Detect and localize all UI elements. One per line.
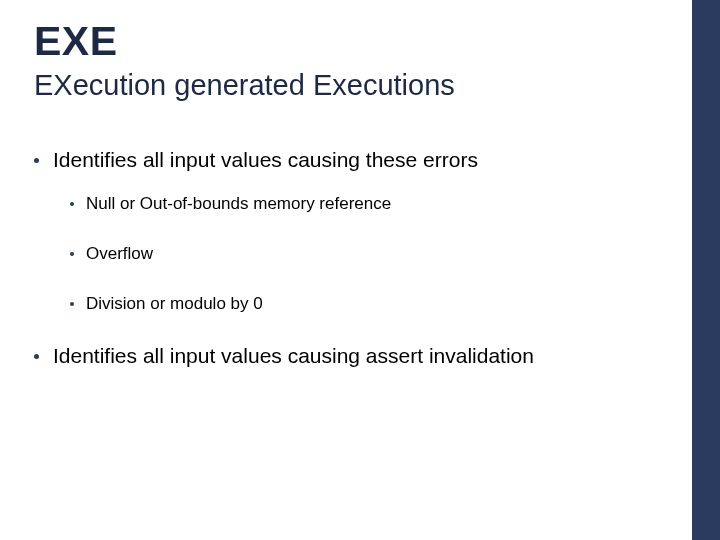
slide-body: Identifies all input values causing thes… [34, 148, 680, 368]
bullet-level1: Identifies all input values causing asse… [34, 344, 680, 368]
accent-bar [692, 0, 720, 540]
bullet-level1: Identifies all input values causing thes… [34, 148, 680, 172]
bullet-sublist: Null or Out-of-bounds memory reference O… [70, 194, 680, 314]
bullet-level2: Overflow [70, 244, 680, 264]
bullet-dot-icon [70, 202, 74, 206]
bullet-text: Identifies all input values causing asse… [53, 344, 534, 368]
bullet-text: Overflow [86, 244, 153, 264]
slide-title: EXE [34, 18, 680, 65]
bullet-level2: Division or modulo by 0 [70, 294, 680, 314]
bullet-text: Null or Out-of-bounds memory reference [86, 194, 391, 214]
slide-content: EXE EXecution generated Executions Ident… [34, 18, 680, 390]
bullet-text: Identifies all input values causing thes… [53, 148, 478, 172]
slide: EXE EXecution generated Executions Ident… [0, 0, 720, 540]
bullet-text: Division or modulo by 0 [86, 294, 263, 314]
bullet-level2: Null or Out-of-bounds memory reference [70, 194, 680, 214]
bullet-dot-icon [70, 252, 74, 256]
bullet-dot-icon [34, 354, 39, 359]
bullet-dot-icon [70, 302, 74, 306]
bullet-dot-icon [34, 158, 39, 163]
slide-subtitle: EXecution generated Executions [34, 69, 680, 102]
